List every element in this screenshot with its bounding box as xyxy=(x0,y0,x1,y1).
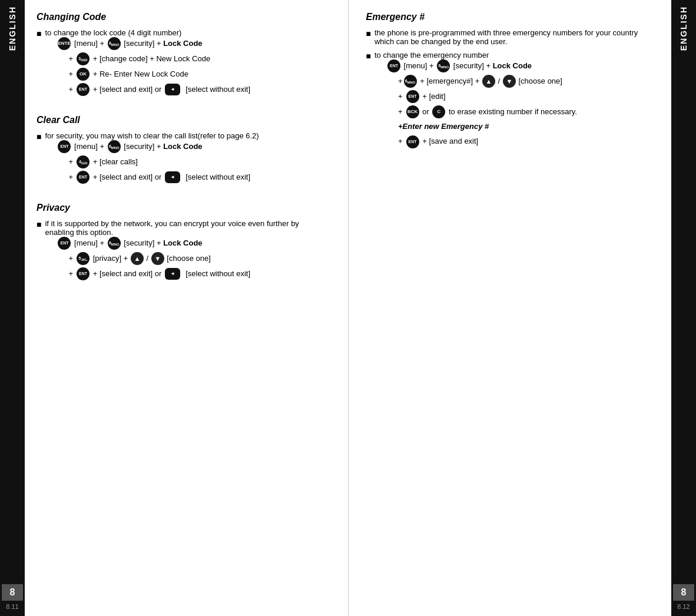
clear-call-line3: + ENT + [select and exit] or ◄ [select w… xyxy=(45,171,258,184)
section-emergency: Emergency # ■ the phone is pre-programme… xyxy=(366,12,660,151)
clear-call-line1: ENT [menu] + 6MNO [security] + Lock Code xyxy=(45,140,258,153)
down-arrow: ▼ xyxy=(151,252,164,265)
security-key-3: 6MNO xyxy=(108,237,121,250)
emergency-enter-new: +Enter new Emergency # xyxy=(374,121,577,133)
changing-code-line3: + OK + Re- Enter New Lock Code xyxy=(45,68,250,81)
key-erase: C xyxy=(432,105,445,118)
privacy-line1: ENT [menu] + 6MNO [security] + Lock Code xyxy=(45,237,330,250)
section-changing-code: Changing Code ■ to change the lock code … xyxy=(37,12,330,98)
3def-key: 3DEF xyxy=(77,52,90,65)
clear-call-item1-text: for security, you may wish to clear the … xyxy=(45,131,258,186)
privacy-title: Privacy xyxy=(37,203,330,213)
clear-call-title: Clear Call xyxy=(37,115,330,125)
changing-code-item1: ■ to change the lock code (4 digit numbe… xyxy=(37,28,330,98)
sidebar-left-chapter: 8 xyxy=(2,584,23,601)
sidebar-right-chapter: 8 xyxy=(673,584,694,601)
left-page: Changing Code ■ to change the lock code … xyxy=(25,0,349,616)
emergency-title: Emergency # xyxy=(366,12,660,22)
clear-call-line2: + 4GHI + [clear calls] xyxy=(45,155,258,168)
clear-call-item1: ■ for security, you may wish to clear th… xyxy=(37,131,330,186)
emergency-line3: + ENT + [edit] xyxy=(374,90,577,103)
changing-code-line1: ENTER [menu] + 6MNO [security] + Lock Co… xyxy=(45,37,250,50)
right-page: Emergency # ■ the phone is pre-programme… xyxy=(349,0,672,616)
enter-key-8: ENT xyxy=(406,90,419,103)
enter-key-1: ENTER xyxy=(58,37,71,50)
security-key-1: 6MNO xyxy=(108,37,121,50)
bullet5: ■ xyxy=(366,51,371,61)
emergency-item2-text: to change the emergency number ENT [menu… xyxy=(374,51,577,151)
section-clear-call: Clear Call ■ for security, you may wish … xyxy=(37,115,330,186)
emergency-item2: ■ to change the emergency number ENT [me… xyxy=(366,51,660,151)
bullet3: ■ xyxy=(37,220,41,229)
bullet1: ■ xyxy=(37,29,41,38)
back-key-3: ◄ xyxy=(165,268,180,280)
sidebar-left-label: ENGLISH xyxy=(8,6,17,51)
changing-code-line4: + ENT + [select and exit] or ◄ [select w… xyxy=(45,83,250,96)
changing-code-item1-text: to change the lock code (4 digit number)… xyxy=(45,28,250,98)
back-key-2: ◄ xyxy=(165,171,180,183)
sidebar-right-pagenum: 8.12 xyxy=(677,603,690,610)
emergency-line2: + 6MNO + [emergency#] + ▲ / ▼ [choose on… xyxy=(374,75,577,88)
emergency-line4: + BCK or C to erase existing number if n… xyxy=(374,105,577,118)
bullet2: ■ xyxy=(37,132,41,141)
privacy-line3: + ENT + [select and exit] or ◄ [select w… xyxy=(45,267,330,280)
enter-key-2: ENT xyxy=(77,83,90,96)
4ghi-key: 4GHI xyxy=(77,155,90,168)
sidebar-left-pagenum: 8.11 xyxy=(6,603,18,610)
emergency-item1-text: the phone is pre-programmed with three e… xyxy=(374,28,659,46)
changing-code-line2: + 3DEF + [change code] + New Lock Code xyxy=(45,52,250,65)
main-content: Changing Code ■ to change the lock code … xyxy=(25,0,671,616)
emergency-line1: ENT [menu] + 6MNO [security] + Lock Code xyxy=(374,59,577,72)
privacy-item1-text: if it is supported by the network, you c… xyxy=(45,219,330,283)
back-key-4: BCK xyxy=(406,105,419,118)
section-privacy: Privacy ■ if it is supported by the netw… xyxy=(37,203,330,283)
ok-key: OK xyxy=(77,68,90,81)
enter-key-9: ENT xyxy=(406,135,419,148)
changing-code-title: Changing Code xyxy=(37,12,330,22)
security-key-4: 6MNO xyxy=(437,59,450,72)
enter-key-7: ENT xyxy=(387,59,400,72)
privacy-item1: ■ if it is supported by the network, you… xyxy=(37,219,330,283)
bullet4: ■ xyxy=(366,29,371,38)
sidebar-left: ENGLISH 8 8.11 xyxy=(0,0,25,616)
emergency-save: + ENT + [save and exit] xyxy=(374,135,577,148)
up-arrow2: ▲ xyxy=(482,75,495,88)
privacy-line2: + 5JKL [privacy] + ▲ / ▼ [choose one] xyxy=(45,252,330,265)
up-arrow: ▲ xyxy=(131,252,144,265)
down-arrow2: ▼ xyxy=(503,75,516,88)
security-key-2: 6MNO xyxy=(108,140,121,153)
5jkl-key: 5JKL xyxy=(77,252,90,265)
enter-key-3: ENT xyxy=(58,140,71,153)
enter-key-5: ENT xyxy=(58,237,71,250)
emergency-item1: ■ the phone is pre-programmed with three… xyxy=(366,28,660,46)
enter-key-6: ENT xyxy=(77,267,90,280)
back-key-1: ◄ xyxy=(165,84,180,95)
6mno-key: 6MNO xyxy=(404,75,417,88)
enter-key-4: ENT xyxy=(77,171,90,184)
sidebar-right-label: ENGLISH xyxy=(679,6,688,51)
sidebar-right: ENGLISH 8 8.12 xyxy=(671,0,696,616)
